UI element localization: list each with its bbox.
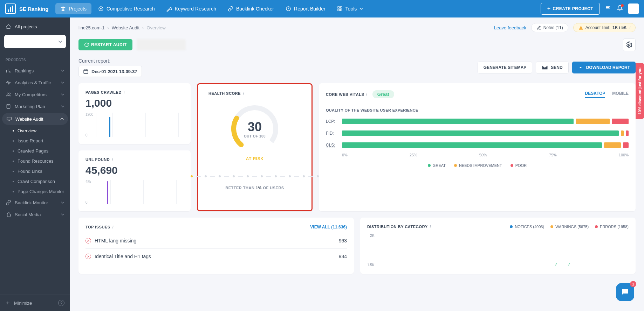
create-project-label: CREATE PROJECT <box>553 6 593 11</box>
issue-name: Identical Title and H1 tags <box>95 254 151 259</box>
info-icon[interactable]: i <box>112 225 114 229</box>
cwv-subtitle: QUALITY OF THE WEBSITE USER EXPERIENCE <box>326 108 629 112</box>
chevron-down-icon <box>58 40 62 44</box>
svg-rect-10 <box>7 117 11 120</box>
sidebar-sub-pagechanges[interactable]: Page Changes Monitor <box>13 186 70 197</box>
sitemap-label: GENERATE SITEMAP <box>484 65 526 70</box>
report-date: Dec-01 2021 13:09:37 <box>91 69 137 74</box>
avatar[interactable] <box>628 3 639 14</box>
account-limit-badge[interactable]: Account limit: 1K / 5Ki <box>573 23 636 32</box>
svg-point-7 <box>7 93 8 94</box>
nav-keyword[interactable]: Keyword Research <box>162 3 221 14</box>
sidebar-item-audit[interactable]: Website Audit <box>2 113 68 125</box>
cwv-cls-row: CLS: <box>326 142 629 148</box>
restart-audit-button[interactable]: RESTART AUDIT <box>78 39 132 50</box>
svg-rect-4 <box>340 7 342 8</box>
sidebar-sub-label: Found Resources <box>18 158 54 164</box>
users-icon <box>6 92 11 97</box>
issue-count: 963 <box>339 238 347 243</box>
url-found-card: URL FOUNDi 45,690 48k0 <box>78 150 191 211</box>
info-icon[interactable]: i <box>124 91 125 94</box>
notification-dot <box>621 4 624 7</box>
chevron-down-icon <box>359 7 363 10</box>
sidebar-sub-overview[interactable]: Overview <box>13 126 70 136</box>
sidebar-all-label: All projects <box>15 24 37 29</box>
y-label: 0 <box>85 200 91 204</box>
generate-sitemap-button[interactable]: GENERATE SITEMAP <box>478 62 532 73</box>
card-title: CORE WEB VITALS <box>326 92 364 97</box>
calendar-icon <box>83 69 89 74</box>
sidebar-item-competitors[interactable]: My Competitors <box>0 89 70 100</box>
pages-crawled-value: 1,000 <box>85 97 184 109</box>
sidebar-item-social[interactable]: Social Media <box>0 208 70 220</box>
sidebar-sub-crawlcomp[interactable]: Crawl Comparison <box>13 176 70 186</box>
report-date-picker[interactable]: Dec-01 2021 13:09:37 <box>78 66 142 77</box>
chevron-down-icon <box>61 201 64 204</box>
tab-mobile[interactable]: MOBILE <box>612 91 629 98</box>
sidebar-sub-foundlinks[interactable]: Found Links <box>13 166 70 176</box>
sidebar-heading: PROJECTS <box>0 52 70 65</box>
notes-button[interactable]: Notes (11) <box>531 23 568 32</box>
cwv-lcp-row: LCP: <box>326 119 629 124</box>
nav-competitive[interactable]: Competitive Research <box>93 3 160 14</box>
info-icon[interactable]: i <box>112 158 113 162</box>
sidebar-item-analytics[interactable]: Analytics & Traffic <box>0 77 70 89</box>
leave-feedback-link[interactable]: Leave feedback <box>494 25 526 30</box>
help-icon[interactable]: ? <box>58 300 64 306</box>
sidebar-all-projects[interactable]: All projects <box>4 21 66 32</box>
chart-icon <box>6 68 11 73</box>
send-button[interactable]: SEND <box>536 62 568 73</box>
chevron-up-icon <box>60 117 64 121</box>
y-label: 0 <box>85 133 93 137</box>
card-title: PAGES CRAWLED <box>85 90 122 94</box>
error-icon: ✕ <box>85 238 91 243</box>
sidebar-label: Rankings <box>15 68 34 73</box>
notifications-button[interactable] <box>617 5 623 13</box>
url-found-chart: 48k0 <box>85 180 184 204</box>
discount-tab[interactable]: 10% discount just for you <box>636 63 644 119</box>
pages-crawled-chart: 12000 <box>85 113 184 137</box>
sidebar-item-backlink[interactable]: Backlink Monitor <box>0 197 70 208</box>
nav-tools[interactable]: Tools <box>332 3 368 14</box>
nav-report-label: Report Builder <box>294 6 326 12</box>
sidebar-sub-issue[interactable]: Issue Report <box>13 136 70 146</box>
nav-projects[interactable]: Projects <box>55 3 91 14</box>
chat-button[interactable]: 1 <box>616 283 634 301</box>
nav-backlink[interactable]: Backlink Checker <box>223 3 279 14</box>
breadcrumb-item[interactable]: Website Audit <box>112 25 139 30</box>
issue-row[interactable]: ✕HTML lang missing963 <box>85 233 347 249</box>
cwv-axis: 0%25%50%75%100% <box>326 153 629 157</box>
tab-desktop[interactable]: DESKTOP <box>585 91 605 98</box>
sidebar-sub-label: Issue Report <box>18 138 43 143</box>
project-select[interactable] <box>4 35 66 48</box>
breadcrumb: line25.com-1› Website Audit› Overview <box>78 25 166 30</box>
health-dots <box>191 175 319 177</box>
sidebar-item-marketing[interactable]: Marketing Plan <box>0 100 70 112</box>
settings-button[interactable] <box>623 38 636 51</box>
issue-row[interactable]: ✕Identical Title and H1 tags934 <box>85 249 347 264</box>
sidebar-sub-label: Page Changes Monitor <box>18 189 64 194</box>
legend-warnings: WARNINGS (5675) <box>555 225 589 229</box>
view-all-link[interactable]: VIEW ALL (11,636) <box>310 225 347 229</box>
sidebar-item-rankings[interactable]: Rankings <box>0 65 70 77</box>
card-title: HEALTH SCORE <box>208 91 241 96</box>
info-icon[interactable]: i <box>243 92 244 96</box>
sidebar-label: Website Audit <box>15 116 43 122</box>
sidebar-submenu: Overview Issue Report Crawled Pages Foun… <box>0 126 70 197</box>
download-report-button[interactable]: DOWNLOAD REPORT <box>572 62 636 73</box>
create-project-button[interactable]: +CREATE PROJECT <box>541 3 600 15</box>
svg-rect-9 <box>7 104 10 108</box>
brand-logo[interactable]: SE Ranking <box>5 3 48 14</box>
sidebar-sub-crawled[interactable]: Crawled Pages <box>13 146 70 156</box>
flag-icon[interactable] <box>605 6 611 12</box>
svg-point-8 <box>9 93 10 94</box>
sidebar-sub-foundres[interactable]: Found Resources <box>13 156 70 166</box>
health-status: AT RISK <box>246 156 264 161</box>
info-icon[interactable]: i <box>430 225 431 229</box>
nav-report[interactable]: Report Builder <box>281 3 330 14</box>
health-score-value: 30 <box>248 120 262 134</box>
breadcrumb-item[interactable]: line25.com-1 <box>78 25 104 30</box>
sidebar-minimize[interactable]: Minimize ? <box>0 295 70 311</box>
account-limit-label: Account limit: <box>585 25 610 30</box>
info-icon[interactable]: i <box>366 92 367 96</box>
